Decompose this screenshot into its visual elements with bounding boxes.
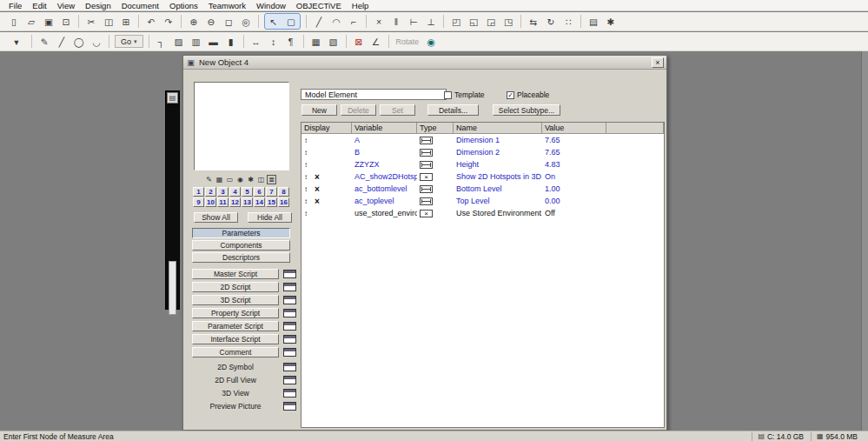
value-cell[interactable]: On: [542, 170, 606, 183]
fill-icon[interactable]: ▦: [308, 34, 324, 49]
number-toggle-2[interactable]: 2: [205, 187, 216, 197]
open-window-icon[interactable]: [283, 348, 296, 357]
hidden-x-mark[interactable]: ×: [315, 197, 320, 206]
pan-icon[interactable]: ◎: [238, 14, 254, 29]
parameter-script-button[interactable]: Parameter Script: [192, 321, 279, 331]
descriptors-button[interactable]: Descriptors: [192, 252, 290, 263]
table-row[interactable]: ↕ B Dimension 2 7.65: [301, 146, 664, 158]
corner-icon[interactable]: ┐: [154, 34, 169, 49]
redo-icon[interactable]: ↷: [161, 14, 176, 29]
zone-icon[interactable]: ▧: [326, 34, 341, 49]
hide-all-button[interactable]: Hide All: [248, 212, 292, 223]
line-tool-icon[interactable]: ╱: [311, 14, 327, 29]
marquee-tool-icon[interactable]: ▢: [283, 14, 299, 29]
name-cell[interactable]: Top Level: [454, 195, 542, 207]
number-toggle-13[interactable]: 13: [242, 197, 253, 207]
go-dropdown[interactable]: Go ▾: [115, 35, 143, 48]
reorder-handle[interactable]: ↕: [304, 137, 311, 144]
name-cell[interactable]: Use Stored Environment: [454, 207, 542, 219]
arc-tool-icon[interactable]: ◠: [328, 14, 344, 29]
open-window-icon[interactable]: [283, 296, 296, 304]
group-icon[interactable]: ◰: [448, 14, 464, 29]
dimension-icon[interactable]: ↔: [248, 34, 264, 49]
2d-symbol-preview-icon[interactable]: ✎: [204, 175, 214, 184]
number-toggle-6[interactable]: 6: [254, 187, 265, 197]
3d-view[interactable]: 3D View: [192, 388, 279, 398]
components-button[interactable]: Components: [192, 240, 290, 251]
number-toggle-11[interactable]: 11: [217, 197, 229, 207]
value-cell[interactable]: 0.00: [542, 195, 606, 207]
name-cell[interactable]: Show 2D Hotspots in 3D: [454, 170, 542, 183]
picture-preview-icon[interactable]: ◫: [256, 175, 266, 184]
variable-cell[interactable]: ac_toplevel: [352, 195, 417, 207]
menu-edit[interactable]: Edit: [27, 1, 51, 10]
new-button[interactable]: New: [301, 104, 337, 116]
table-row[interactable]: ↕ ZZYZX Height 4.83: [301, 158, 664, 170]
reorder-handle[interactable]: ↕: [304, 173, 311, 181]
name-cell[interactable]: Height: [454, 158, 542, 170]
save-icon[interactable]: ▣: [41, 14, 56, 29]
photo-preview-icon[interactable]: ◉: [235, 175, 245, 184]
number-toggle-3[interactable]: 3: [217, 187, 229, 197]
open-window-icon[interactable]: [283, 309, 296, 317]
variable-cell[interactable]: A: [352, 134, 417, 146]
value-cell[interactable]: 7.65: [542, 134, 606, 146]
comment-button[interactable]: Comment: [192, 347, 279, 357]
2d-full-view[interactable]: 2D Full View: [192, 375, 279, 385]
placeable-checkbox[interactable]: ✓: [507, 91, 514, 99]
open-icon[interactable]: ▱: [23, 14, 39, 29]
menu-window[interactable]: Window: [251, 1, 291, 10]
set-button[interactable]: Set: [380, 104, 415, 116]
undo-icon[interactable]: ↶: [143, 14, 159, 29]
menu-options[interactable]: Options: [164, 1, 203, 10]
dialog-titlebar[interactable]: ▣ New Object 4 ×: [183, 56, 666, 70]
paste-icon[interactable]: ⊞: [118, 14, 134, 29]
delete-button[interactable]: Delete: [341, 104, 376, 116]
circle-icon[interactable]: ◯: [71, 34, 87, 49]
variable-cell[interactable]: AC_show2DHotsp...: [352, 170, 417, 183]
zoom-out-icon[interactable]: ⊖: [203, 14, 219, 29]
palette-icon[interactable]: ▤: [167, 92, 178, 104]
menu-document[interactable]: Document: [116, 1, 164, 10]
settings-icon[interactable]: ✱: [603, 14, 619, 29]
variable-cell[interactable]: B: [352, 146, 417, 158]
layers-icon[interactable]: ▤: [586, 14, 601, 29]
number-toggle-10[interactable]: 10: [205, 197, 216, 207]
menu-file[interactable]: File: [3, 1, 27, 10]
pen-icon[interactable]: ✎: [36, 34, 52, 49]
3d-view-preview-icon[interactable]: ▭: [225, 175, 235, 184]
2d-symbol-view[interactable]: 2D Symbol: [192, 362, 279, 372]
number-toggle-4[interactable]: 4: [229, 187, 241, 197]
copy-icon[interactable]: ◫: [101, 14, 116, 29]
open-window-icon[interactable]: [283, 270, 296, 278]
number-toggle-9[interactable]: 9: [193, 197, 204, 207]
menu-objective[interactable]: OBJECTiVE: [291, 1, 347, 10]
reorder-handle[interactable]: ↕: [304, 161, 311, 169]
menu-view[interactable]: View: [52, 1, 80, 10]
variable-cell[interactable]: ac_bottomlevel: [352, 183, 417, 195]
line-icon[interactable]: ╱: [54, 34, 70, 49]
open-window-icon[interactable]: [283, 402, 296, 411]
hidden-x-mark[interactable]: ×: [315, 172, 320, 182]
name-cell[interactable]: Dimension 2: [454, 146, 542, 158]
open-window-icon[interactable]: [283, 363, 296, 371]
cut-icon[interactable]: ✂: [83, 14, 99, 29]
split-icon[interactable]: ‖: [388, 14, 404, 29]
print-icon[interactable]: ⊡: [58, 14, 74, 29]
bring-forward-icon[interactable]: ◲: [483, 14, 499, 29]
reorder-handle[interactable]: ↕: [304, 197, 311, 205]
master-script-button[interactable]: Master Script: [192, 269, 279, 279]
reorder-handle[interactable]: ↕: [304, 185, 311, 193]
details-button[interactable]: Details...: [427, 104, 479, 116]
value-cell[interactable]: 1.00: [542, 183, 606, 195]
number-toggle-1[interactable]: 1: [193, 187, 204, 197]
paint-icon[interactable]: ⊠: [351, 34, 367, 49]
info-preview-icon[interactable]: ≣: [267, 175, 276, 184]
table-row[interactable]: ↕ use_stored_enviro... × Use Stored Envi…: [301, 207, 664, 219]
open-window-icon[interactable]: [283, 376, 296, 384]
table-row[interactable]: ↕ A Dimension 1 7.65: [301, 134, 664, 146]
subtype-field[interactable]: Model Element: [301, 89, 447, 100]
value-cell[interactable]: 7.65: [542, 146, 606, 158]
level-dimension-icon[interactable]: ↕: [266, 34, 282, 49]
number-toggle-15[interactable]: 15: [266, 197, 277, 207]
